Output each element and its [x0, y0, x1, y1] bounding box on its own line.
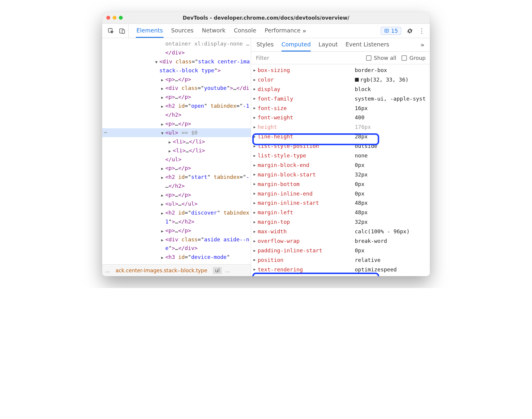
dom-tree[interactable]: ontainer xl:display-none …</div><div cla… [102, 38, 251, 264]
inspect-icon[interactable] [108, 28, 114, 34]
dom-row[interactable]: …</h2> [102, 182, 251, 190]
breadcrumb-selected[interactable]: ul [213, 267, 222, 274]
breadcrumb-path[interactable]: ack.center-images.stack--block.type [113, 267, 210, 274]
disclosure-closed-icon[interactable] [253, 191, 258, 196]
dom-row[interactable]: <h2 id="open" tabindex="-1 [102, 101, 251, 110]
computed-property-padding-inline-start[interactable]: padding-inline-start0px [251, 246, 430, 255]
disclosure-closed-icon[interactable] [253, 153, 258, 159]
dom-row[interactable]: <div class="stack center-ima [102, 57, 251, 66]
computed-property-list-style-type[interactable]: list-style-typenone [251, 151, 430, 160]
computed-property-margin-bottom[interactable]: margin-bottom0px [251, 179, 430, 189]
dom-row[interactable]: </h2> [102, 110, 251, 119]
dom-row[interactable]: <h3 id="device-mode" [102, 253, 251, 262]
disclosure-closed-icon[interactable] [161, 255, 165, 261]
dom-row[interactable]: <p>…</p> [102, 93, 251, 101]
computed-properties[interactable]: box-sizingborder-box colorrgb(32, 33, 36… [251, 64, 430, 276]
dom-row[interactable]: ontainer xl:display-none … [102, 39, 251, 48]
disclosure-open-icon[interactable] [155, 59, 159, 65]
disclosure-closed-icon[interactable] [161, 166, 165, 172]
dom-row[interactable]: <p>…</p> [102, 119, 251, 128]
panel-tab-console[interactable]: Console [233, 24, 257, 38]
disclosure-closed-icon[interactable] [161, 175, 165, 181]
disclosure-closed-icon[interactable] [161, 237, 165, 243]
disclosure-closed-icon[interactable] [253, 105, 258, 111]
breadcrumb[interactable]: … ack.center-images.stack--block.type ul… [102, 264, 251, 276]
disclosure-closed-icon[interactable] [161, 104, 165, 110]
dom-row[interactable]: <h2 id="discover" tabindex [102, 208, 251, 217]
disclosure-closed-icon[interactable] [253, 267, 258, 272]
disclosure-closed-icon[interactable] [253, 229, 258, 234]
computed-property-text-rendering[interactable]: text-renderingoptimizespeed [251, 265, 430, 274]
disclosure-closed-icon[interactable] [253, 172, 258, 177]
computed-property-font-family[interactable]: font-familysystem-ui, -apple-syst [251, 94, 430, 104]
panel-tab-network[interactable]: Network [201, 24, 226, 38]
computed-property-color[interactable]: colorrgb(32, 33, 36) [251, 75, 430, 85]
dom-row[interactable]: e">…</div> [102, 244, 251, 253]
disclosure-closed-icon[interactable] [161, 86, 165, 92]
zoom-icon[interactable] [119, 16, 123, 20]
device-toggle-icon[interactable] [119, 28, 125, 34]
dom-row[interactable]: <p>…</p> [102, 164, 251, 173]
disclosure-closed-icon[interactable] [253, 181, 258, 187]
computed-property-margin-block-end[interactable]: margin-block-end0px [251, 160, 430, 170]
disclosure-closed-icon[interactable] [253, 143, 258, 149]
disclosure-closed-icon[interactable] [253, 257, 258, 263]
sidebar-tab-computed[interactable]: Computed [281, 38, 311, 51]
disclosure-closed-icon[interactable] [253, 238, 258, 244]
computed-property-overflow-wrap[interactable]: overflow-wrapbreak-word [251, 236, 430, 246]
computed-property-box-sizing[interactable]: box-sizingborder-box [251, 65, 430, 75]
disclosure-closed-icon[interactable] [161, 228, 165, 234]
disclosure-closed-icon[interactable] [253, 124, 258, 130]
close-icon[interactable] [106, 16, 110, 20]
computed-property-margin-inline-end[interactable]: margin-inline-end0px [251, 189, 430, 198]
breadcrumb-ellipsis-left[interactable]: … [105, 268, 110, 273]
computed-property-list-style-position[interactable]: list-style-positionoutside [251, 141, 430, 151]
computed-property-font-size[interactable]: font-size16px [251, 104, 430, 113]
computed-property-margin-inline-start[interactable]: margin-inline-start48px [251, 198, 430, 208]
dom-row[interactable]: 1">…</h2> [102, 217, 251, 226]
disclosure-closed-icon[interactable] [253, 248, 258, 254]
breadcrumb-ellipsis-right[interactable]: … [225, 268, 230, 273]
dom-row[interactable]: <div class="aside aside--n [102, 235, 251, 244]
disclosure-closed-icon[interactable] [253, 115, 258, 121]
show-all-checkbox[interactable]: Show all [366, 55, 396, 61]
disclosure-closed-icon[interactable] [253, 162, 258, 168]
panel-tab-sources[interactable]: Sources [171, 24, 194, 38]
disclosure-closed-icon[interactable] [161, 121, 165, 127]
dom-row[interactable]: <p>…</p> [102, 226, 251, 235]
dom-row[interactable]: <li>…</li> [102, 146, 251, 155]
disclosure-closed-icon[interactable] [161, 210, 165, 216]
disclosure-closed-icon[interactable] [253, 200, 258, 206]
computed-property-margin-block-start[interactable]: margin-block-start32px [251, 170, 430, 179]
disclosure-closed-icon[interactable] [253, 68, 258, 73]
more-sidebar-tabs-icon[interactable]: » [421, 41, 424, 49]
disclosure-closed-icon[interactable] [161, 201, 165, 207]
disclosure-closed-icon[interactable] [253, 77, 258, 83]
dom-row[interactable]: <div class="youtube">…</di [102, 84, 251, 93]
sidebar-tab-layout[interactable]: Layout [318, 38, 338, 51]
group-checkbox[interactable]: Group [402, 55, 426, 61]
computed-property-line-height[interactable]: line-height28px [251, 132, 430, 141]
dom-row[interactable]: stack--block type"> [102, 66, 251, 75]
disclosure-open-icon[interactable] [161, 130, 165, 136]
computed-property-position[interactable]: positionrelative [251, 255, 430, 265]
dom-row[interactable]: <h2 id="start" tabindex="- [102, 173, 251, 182]
kebab-menu-icon[interactable]: ⋮ [419, 27, 425, 35]
dom-row[interactable]: <ul>…</ul> [102, 199, 251, 208]
disclosure-closed-icon[interactable] [161, 95, 165, 101]
disclosure-closed-icon[interactable] [253, 86, 258, 92]
computed-property-font-weight[interactable]: font-weight400 [251, 113, 430, 122]
disclosure-closed-icon[interactable] [161, 77, 165, 83]
dom-row[interactable]: <p>…</p> [102, 190, 251, 199]
computed-property-display[interactable]: displayblock [251, 85, 430, 94]
dom-row[interactable]: </ul> [102, 155, 251, 164]
settings-icon[interactable] [407, 28, 413, 34]
more-tabs-icon[interactable]: » [302, 27, 306, 35]
minimize-icon[interactable] [113, 16, 116, 20]
disclosure-closed-icon[interactable] [253, 219, 258, 225]
disclosure-closed-icon[interactable] [169, 148, 173, 154]
panel-tab-elements[interactable]: Elements [136, 24, 164, 38]
sidebar-tab-styles[interactable]: Styles [256, 38, 274, 51]
dom-row[interactable]: <p>…</p> [102, 75, 251, 84]
issues-button[interactable]: 15 [381, 27, 401, 35]
